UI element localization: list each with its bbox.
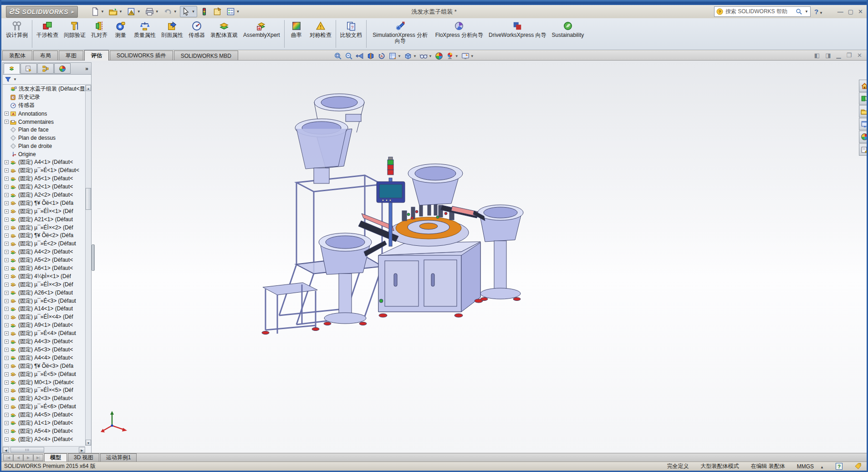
tree-item[interactable]: +(固定) A26<1> (Défaut (3, 289, 85, 297)
new-document-button[interactable]: ▼ (89, 6, 106, 17)
filter-funnel-icon[interactable] (5, 76, 11, 83)
doc-pane-left-button[interactable]: ◧ (814, 52, 820, 59)
tree-item[interactable]: +(固定) A21<1> (Défaut (3, 215, 85, 223)
tree-item[interactable]: +Commentaires (3, 118, 85, 126)
save-button[interactable]: A▼ (125, 6, 143, 17)
help-button[interactable]: ?▼ (814, 8, 823, 15)
minimize-button[interactable]: — (837, 9, 843, 15)
rotate-view-icon[interactable]: A (378, 52, 386, 60)
tree-item[interactable]: +(固定) A4<1> (Défaut< (3, 158, 85, 167)
tree-vertical-scrollbar[interactable]: ▲ ▼ (85, 85, 91, 446)
panel-tab-property-manager[interactable] (20, 63, 37, 74)
tree-item[interactable]: +(固定) A4<3> (Défaut< (3, 338, 85, 346)
tree-item[interactable]: +(固定) M0<1> (Défaut< (3, 378, 85, 386)
scroll-left-icon[interactable]: ◀ (3, 447, 9, 453)
command-tab-3[interactable]: 草图 (59, 51, 83, 60)
ribbon-button-sensor-gauge[interactable]: 传感器 (186, 18, 208, 50)
tree-item[interactable]: 传感器 (3, 102, 85, 110)
ribbon-button-symmetry-check[interactable]: !对称检查 (307, 18, 334, 50)
rebuild-button[interactable] (198, 6, 210, 17)
tree-item[interactable]: +(固定) A5<2> (Défaut< (3, 256, 85, 264)
graphics-viewport[interactable]: » ▼ 洗发水盖子组装 (Défaut<显历史记录传感器+AAnnotation… (1, 61, 868, 454)
taskpane-appearances-icon[interactable] (859, 131, 868, 143)
command-tab-2[interactable]: 布局 (33, 51, 58, 60)
tree-item[interactable]: +(固定) A2<2> (Défaut< (3, 191, 85, 199)
search-caret-icon[interactable]: ▼ (805, 10, 808, 14)
zoom-area-icon[interactable] (345, 52, 353, 60)
units-selector[interactable]: MMGS▲ (797, 463, 824, 470)
tree-item[interactable]: +(固定) µ¯»ÉÌ×<5> (Déf (3, 386, 85, 395)
command-tab-4[interactable]: 评估 (84, 50, 109, 61)
command-tab-6[interactable]: SOLIDWORKS MBD (174, 51, 238, 60)
tree-item[interactable]: Plan de droite (3, 142, 85, 150)
tree-item[interactable]: +(固定) µ¯»ÉÌ×<2> (Déf (3, 223, 85, 232)
panel-tab-configuration-manager[interactable] (37, 63, 54, 74)
ribbon-button-curvature[interactable]: 曲率 (286, 18, 307, 50)
tree-item[interactable]: +(固定) A4<5> (Défaut< (3, 411, 85, 419)
apply-scene-icon[interactable]: ▼ (446, 52, 459, 60)
close-button[interactable]: ✕ (858, 9, 863, 15)
ribbon-button-driveworksxpress[interactable]: DriveWorksXpress 向导 (486, 18, 549, 50)
select-button[interactable]: ▼ (180, 6, 197, 17)
scroll-up-icon[interactable]: ▲ (86, 85, 91, 91)
tree-item[interactable]: +(固定) µ¯»É<2> (Défaut (3, 240, 85, 248)
tree-item[interactable]: +AAnnotations (3, 110, 85, 118)
tree-item[interactable]: +(固定) A4<2> (Défaut< (3, 248, 85, 256)
doc-nav-button-1[interactable]: |◀ (3, 454, 13, 461)
tags-icon[interactable] (854, 462, 862, 471)
tree-item[interactable]: +(固定) A4<4> (Défaut< (3, 354, 85, 362)
doc-restore-button[interactable]: ❐ (846, 52, 852, 59)
document-tab-1[interactable]: 模型 (44, 453, 67, 462)
taskpane-custom-properties-icon[interactable] (859, 143, 868, 156)
tree-item[interactable]: Origine (3, 150, 85, 158)
tree-item[interactable]: +(固定) µ¯»ÉÌ×<1> (Déf (3, 207, 85, 215)
ribbon-button-hole-align[interactable]: 孔对齐 (88, 18, 110, 50)
tree-item[interactable]: +(固定) A5<1> (Défaut< (3, 175, 85, 183)
tree-item[interactable]: +(固定) µ¯»É<5> (Défaut (3, 370, 85, 378)
ribbon-button-compare-docs[interactable]: ?比较文档 (337, 18, 365, 50)
taskpane-resources-icon[interactable] (859, 92, 868, 105)
search-icon[interactable] (796, 8, 802, 15)
tree-item[interactable]: Plan de dessus (3, 134, 85, 142)
maximize-button[interactable]: ▢ (848, 9, 853, 15)
tree-item[interactable]: +(固定) A2<4> (Défaut< (3, 435, 85, 443)
command-tab-1[interactable]: 装配体 (2, 51, 32, 60)
ribbon-button-mass-properties[interactable]: 质量属性 (131, 18, 158, 50)
ribbon-button-assembly-xpert[interactable]: AssemblyXpert (240, 18, 283, 50)
ribbon-button-interference-check[interactable]: 干涉检查 (34, 18, 61, 50)
ribbon-button-floxpress[interactable]: FloXpress 分析向导 (433, 18, 486, 50)
tree-item[interactable]: +(固定) µ¯»ÉÌ×<4> (Déf (3, 313, 85, 321)
document-tab-2[interactable]: 3D 视图 (68, 453, 99, 462)
options-button[interactable]: ▼ (225, 6, 242, 17)
panel-splitter-handle[interactable] (92, 244, 95, 271)
view-orientation-icon[interactable]: ▼ (388, 52, 401, 60)
tree-item[interactable]: +(固定) µ¯»É<3> (Défaut (3, 297, 85, 305)
tree-item[interactable]: +(固定) A5<4> (Défaut< (3, 427, 85, 435)
doc-pane-right-button[interactable]: ◨ (825, 52, 831, 59)
taskpane-design-library-icon[interactable] (859, 105, 868, 117)
scroll-down-icon[interactable]: ▼ (86, 440, 91, 446)
ribbon-button-sustainability[interactable]: Sustainability (549, 18, 587, 50)
command-tab-5[interactable]: SOLIDWORKS 插件 (110, 51, 173, 60)
tree-item[interactable]: +(固定) µ¯»É<1> (Défaut< (3, 167, 85, 175)
section-view-icon[interactable] (367, 52, 375, 60)
tree-item[interactable]: +(固定) ¶¥ Õë<3> (Défa (3, 362, 85, 370)
tree-item[interactable]: Plan de face (3, 126, 85, 134)
ribbon-button-assembly-visualization[interactable]: 装配体直观 (208, 18, 240, 50)
tree-item[interactable]: +(固定) A5<3> (Défaut< (3, 346, 85, 354)
ribbon-button-design-study[interactable]: 设计算例 (3, 18, 31, 50)
tree-root-item[interactable]: 洗发水盖子组装 (Défaut<显 (3, 85, 85, 93)
tree-item[interactable]: +(固定) ¶¥ Õë<2> (Défa (3, 232, 85, 240)
tree-item[interactable]: +(固定) ¶¥ Õë<1> (Défa (3, 199, 85, 207)
tree-item[interactable]: +(固定) A1<1> (Défaut< (3, 419, 85, 427)
tree-item[interactable]: +(固定) A6<1> (Défaut< (3, 264, 85, 273)
ribbon-button-measure[interactable]: 测量 (110, 18, 131, 50)
ribbon-button-simulationxpress[interactable]: SimulationXpress 分析向导 (368, 18, 433, 50)
taskpane-home-icon[interactable] (859, 80, 868, 92)
quick-tips-icon[interactable]: ? (836, 463, 842, 470)
document-tab-3[interactable]: 运动算例1 (100, 453, 137, 462)
search-input[interactable]: ? 搜索 SOLIDWORKS 帮助 ▼ (714, 6, 811, 17)
tree-horizontal-scrollbar[interactable]: ◀ III ▶ (3, 446, 85, 453)
view-settings-icon[interactable]: ▼ (461, 52, 474, 60)
print-button[interactable]: ▼ (143, 6, 161, 17)
